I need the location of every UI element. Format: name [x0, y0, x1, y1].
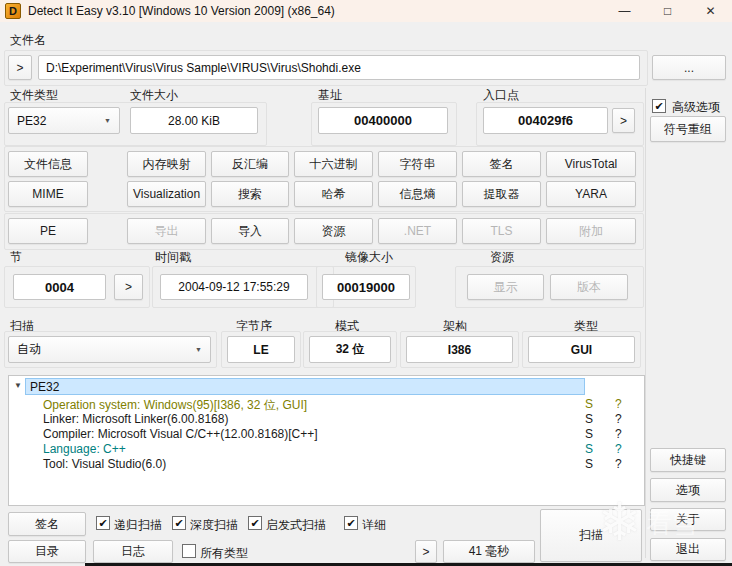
disassembly-button[interactable]: 反汇编	[211, 151, 289, 177]
result-info-link[interactable]: ?	[615, 457, 622, 471]
titlebar: D Detect It Easy v3.10 [Windows 10 Versi…	[0, 0, 732, 22]
base-address-field[interactable]: 00400000	[318, 107, 448, 134]
open-file-button[interactable]: >	[8, 55, 32, 80]
entry-point-goto-button[interactable]: >	[612, 108, 635, 133]
scan-button[interactable]: 扫描	[540, 509, 642, 562]
overlay-button: 附加	[546, 218, 636, 244]
demangle-button[interactable]: 符号重组	[650, 116, 726, 142]
chevron-down-icon: ▼	[104, 117, 111, 124]
import-button[interactable]: 导入	[211, 218, 289, 244]
browse-button[interactable]: ...	[652, 55, 726, 80]
log-button[interactable]: 日志	[93, 540, 173, 563]
result-row: Compiler: Microsoft Visual C/C++(12.00.8…	[9, 427, 644, 442]
close-button[interactable]: ✕	[689, 0, 732, 22]
advanced-options-label[interactable]: 高级选项	[672, 99, 720, 116]
mode-field: 32 位	[309, 336, 391, 363]
check-icon: ✔	[250, 518, 259, 529]
elapsed-expand-button[interactable]: >	[415, 540, 437, 563]
deep-scan-checkbox[interactable]: ✔	[172, 516, 186, 530]
result-info-link[interactable]: ?	[615, 442, 622, 456]
elapsed-time-display: 41 毫秒	[443, 540, 535, 563]
heuristic-scan-checkbox[interactable]: ✔	[248, 516, 262, 530]
file-info-button[interactable]: 文件信息	[8, 151, 88, 177]
sections-label: 节	[10, 249, 22, 266]
result-signature-link[interactable]: S	[585, 397, 593, 411]
scan-method-combo[interactable]: 自动 ▼	[8, 336, 211, 363]
virustotal-button[interactable]: VirusTotal	[546, 151, 636, 177]
tls-button: TLS	[462, 218, 541, 244]
die-main-window: D Detect It Easy v3.10 [Windows 10 Versi…	[0, 0, 732, 566]
check-icon: ✔	[346, 518, 355, 529]
about-button[interactable]: 关于	[650, 508, 726, 531]
visualization-button[interactable]: Visualization	[127, 181, 206, 207]
result-text: Tool: Visual Studio(6.0)	[43, 457, 166, 471]
result-signature-link[interactable]: S	[585, 457, 593, 471]
deep-scan-label[interactable]: 深度扫描	[190, 517, 238, 534]
minimize-button[interactable]: —	[603, 0, 646, 22]
directory-button[interactable]: 目录	[8, 540, 86, 563]
all-types-label[interactable]: 所有类型	[200, 545, 248, 562]
extractor-button[interactable]: 提取器	[462, 181, 541, 207]
arch-field: I386	[406, 336, 513, 363]
result-text: Language: C++	[43, 442, 126, 456]
all-types-checkbox[interactable]	[182, 544, 196, 558]
search-button[interactable]: 搜索	[211, 181, 289, 207]
maximize-icon: □	[664, 4, 671, 18]
timestamp-field[interactable]: 2004-09-12 17:55:29	[160, 274, 308, 300]
signatures-button[interactable]: 签名	[462, 151, 541, 177]
options-button[interactable]: 选项	[650, 478, 726, 502]
timestamp-label: 时间戳	[155, 249, 191, 266]
result-signature-link[interactable]: S	[585, 412, 593, 426]
result-info-link[interactable]: ?	[615, 412, 622, 426]
entry-point-field[interactable]: 004029f6	[483, 107, 608, 134]
advanced-options-checkbox[interactable]: ✔	[652, 99, 666, 113]
result-text: Compiler: Microsoft Visual C/C++(12.00.8…	[43, 427, 318, 441]
yara-button[interactable]: YARA	[546, 181, 636, 207]
heuristic-scan-label[interactable]: 启发式扫描	[266, 517, 326, 534]
export-button: 导出	[127, 218, 206, 244]
endianness-field: LE	[227, 336, 295, 363]
dotnet-button: .NET	[378, 218, 457, 244]
scan-results-panel[interactable]: ▼ PE32 Operation system: Windows(95)[I38…	[8, 375, 645, 506]
hex-button[interactable]: 十六进制	[294, 151, 373, 177]
file-type-combo[interactable]: PE32 ▼	[8, 107, 120, 134]
check-icon: ✔	[174, 518, 183, 529]
resources-label: 资源	[490, 249, 514, 266]
sections-count-field[interactable]: 0004	[13, 274, 106, 300]
tree-expand-icon[interactable]: ▼	[14, 381, 22, 390]
minimize-icon: —	[619, 4, 631, 18]
result-root-row[interactable]: PE32	[25, 378, 585, 395]
recursive-scan-label[interactable]: 递归扫描	[114, 517, 162, 534]
maximize-button[interactable]: □	[646, 0, 689, 22]
verbose-checkbox[interactable]: ✔	[344, 516, 358, 530]
result-signature-link[interactable]: S	[585, 427, 593, 441]
mime-button[interactable]: MIME	[8, 181, 88, 207]
recursive-scan-checkbox[interactable]: ✔	[96, 516, 110, 530]
verbose-label[interactable]: 详细	[362, 517, 386, 534]
result-info-link[interactable]: ?	[615, 397, 622, 411]
type-field: GUI	[528, 336, 635, 363]
signatures-db-button[interactable]: 签名	[8, 512, 86, 536]
resources-version-button: 版本	[550, 274, 628, 300]
result-info-link[interactable]: ?	[615, 427, 622, 441]
check-icon: ✔	[98, 518, 107, 529]
file-path-input[interactable]: D:\Experiment\Virus\Virus Sample\VIRUS\V…	[38, 55, 640, 80]
result-root-label: PE32	[30, 380, 59, 394]
entropy-button[interactable]: 信息熵	[378, 181, 457, 207]
result-row: Operation system: Windows(95)[I386, 32 位…	[9, 397, 644, 412]
check-icon: ✔	[654, 101, 663, 112]
result-signature-link[interactable]: S	[585, 442, 593, 456]
shortcuts-button[interactable]: 快捷键	[650, 448, 726, 472]
image-size-field[interactable]: 00019000	[322, 274, 410, 300]
hash-button[interactable]: 哈希	[294, 181, 373, 207]
result-row: Tool: Visual Studio(6.0) S ?	[9, 457, 644, 472]
sections-goto-button[interactable]: >	[114, 274, 143, 300]
resources-button[interactable]: 资源	[294, 218, 373, 244]
resources-show-button: 显示	[467, 274, 544, 300]
pe-button[interactable]: PE	[8, 218, 88, 244]
scan-method-value: 自动	[17, 341, 41, 358]
memory-map-button[interactable]: 内存映射	[127, 151, 206, 177]
result-row: Language: C++ S ?	[9, 442, 644, 457]
strings-button[interactable]: 字符串	[378, 151, 457, 177]
exit-button[interactable]: 退出	[650, 538, 726, 561]
